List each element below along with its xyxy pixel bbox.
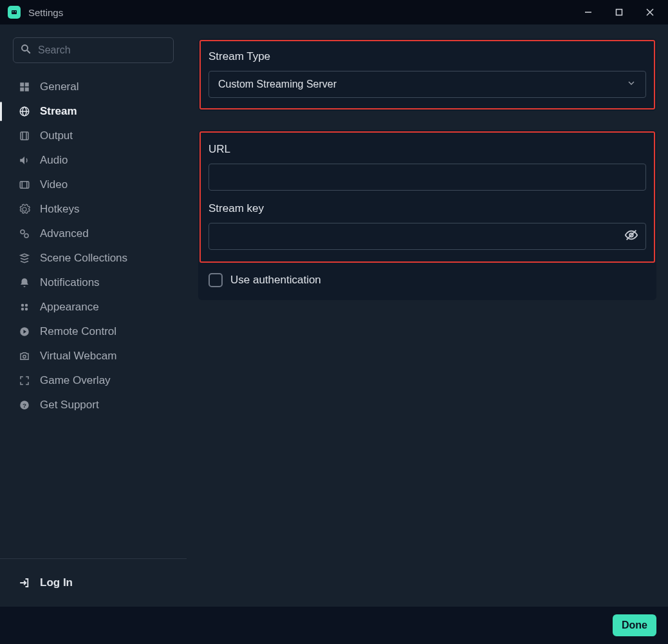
film-icon: [18, 129, 31, 142]
settings-main-content: Stream Type Custom Streaming Server URL …: [187, 24, 668, 607]
svg-rect-12: [25, 88, 29, 91]
eye-off-icon: [624, 228, 638, 245]
expand-icon: [18, 374, 31, 387]
grid-icon: [18, 80, 31, 93]
svg-point-25: [25, 304, 28, 307]
sidebar-item-video[interactable]: Video: [0, 173, 187, 197]
toggle-visibility-button[interactable]: [622, 227, 641, 246]
gear-icon: [18, 203, 31, 216]
stream-key-label: Stream key: [209, 202, 646, 215]
volume-icon: [18, 154, 31, 167]
sidebar-item-label: Stream: [40, 105, 77, 118]
svg-rect-19: [20, 182, 29, 189]
svg-rect-4: [617, 10, 622, 15]
appearance-icon: [18, 301, 31, 314]
svg-rect-16: [21, 132, 28, 140]
sidebar-item-label: Audio: [40, 154, 68, 167]
sidebar-item-general[interactable]: General: [0, 75, 187, 99]
svg-rect-10: [25, 82, 29, 86]
svg-rect-1: [13, 12, 14, 13]
svg-point-7: [22, 45, 28, 51]
login-icon: [18, 576, 31, 589]
sidebar-item-label: Scene Collections: [40, 252, 127, 265]
sidebar-item-game-overlay[interactable]: Game Overlay: [0, 368, 187, 393]
sidebar-item-notifications[interactable]: Notifications: [0, 270, 187, 295]
window-title: Settings: [28, 7, 63, 18]
sidebar-item-label: General: [40, 80, 79, 93]
layers-icon: [18, 252, 31, 265]
chevron-down-icon: [626, 78, 636, 91]
svg-rect-11: [20, 88, 24, 91]
gears-icon: [18, 227, 31, 240]
svg-point-26: [21, 308, 24, 311]
svg-point-27: [25, 308, 28, 311]
url-label: URL: [209, 143, 646, 156]
play-circle-icon: [18, 325, 31, 338]
sidebar-item-label: Get Support: [40, 399, 99, 412]
server-highlight: URL Stream key: [199, 131, 655, 263]
stream-type-select[interactable]: Custom Streaming Server: [209, 71, 646, 98]
url-input[interactable]: [209, 164, 646, 191]
sidebar-item-label: Appearance: [40, 301, 99, 314]
login-label: Log In: [40, 576, 73, 589]
close-button[interactable]: [638, 3, 662, 22]
sidebar-item-audio[interactable]: Audio: [0, 148, 187, 173]
sidebar-item-appearance[interactable]: Appearance: [0, 295, 187, 319]
server-panel: URL Stream key: [198, 130, 656, 300]
sidebar-item-get-support[interactable]: ? Get Support: [0, 393, 187, 417]
settings-sidebar: General Stream Output Audio Video Hotkey…: [0, 24, 187, 607]
sidebar-item-label: Virtual Webcam: [40, 350, 116, 363]
svg-text:?: ?: [23, 402, 26, 409]
stream-type-label: Stream Type: [209, 50, 646, 63]
stream-type-highlight: Stream Type Custom Streaming Server: [199, 40, 655, 109]
sidebar-item-label: Hotkeys: [40, 203, 79, 216]
svg-line-8: [27, 50, 30, 53]
sidebar-item-label: Output: [40, 129, 73, 142]
svg-point-24: [21, 304, 24, 307]
sidebar-item-label: Notifications: [40, 276, 100, 289]
done-button[interactable]: Done: [613, 614, 656, 636]
sidebar-item-hotkeys[interactable]: Hotkeys: [0, 197, 187, 222]
svg-point-22: [21, 230, 24, 234]
sidebar-item-label: Video: [40, 178, 68, 191]
use-authentication-checkbox[interactable]: [209, 273, 223, 287]
svg-point-29: [23, 355, 26, 359]
search-icon: [20, 43, 32, 57]
globe-icon: [18, 105, 31, 118]
video-icon: [18, 178, 31, 191]
sidebar-item-remote-control[interactable]: Remote Control: [0, 319, 187, 344]
sidebar-item-label: Remote Control: [40, 325, 116, 338]
search-field[interactable]: [13, 37, 174, 63]
search-input[interactable]: [38, 44, 167, 56]
stream-type-panel: Stream Type Custom Streaming Server: [198, 39, 656, 111]
app-logo-icon: [8, 6, 21, 19]
svg-point-23: [24, 234, 28, 238]
stream-key-input[interactable]: [209, 223, 646, 250]
svg-rect-2: [15, 12, 16, 13]
stream-type-value: Custom Streaming Server: [218, 79, 337, 90]
sidebar-item-virtual-webcam[interactable]: Virtual Webcam: [0, 344, 187, 368]
question-circle-icon: ?: [18, 399, 31, 412]
footer-bar: Done: [0, 607, 668, 644]
sidebar-item-scene-collections[interactable]: Scene Collections: [0, 246, 187, 270]
sidebar-item-label: Advanced: [40, 227, 89, 240]
camera-icon: [18, 350, 31, 363]
sidebar-item-advanced[interactable]: Advanced: [0, 222, 187, 246]
sidebar-item-stream[interactable]: Stream: [0, 99, 187, 124]
svg-rect-9: [20, 82, 24, 86]
bell-icon: [18, 276, 31, 289]
sidebar-item-output[interactable]: Output: [0, 124, 187, 148]
minimize-button[interactable]: [577, 3, 600, 22]
login-button[interactable]: Log In: [0, 571, 187, 595]
maximize-button[interactable]: [608, 3, 631, 22]
use-authentication-label: Use authentication: [230, 274, 321, 287]
svg-rect-0: [12, 10, 17, 14]
sidebar-item-label: Game Overlay: [40, 374, 111, 387]
